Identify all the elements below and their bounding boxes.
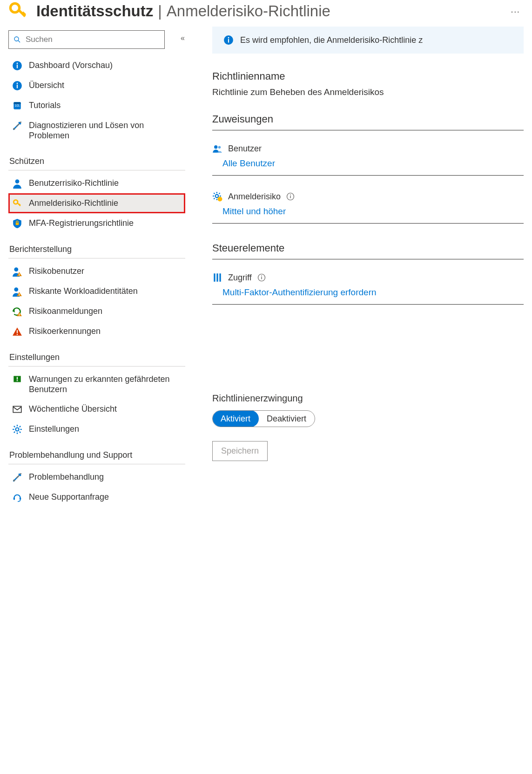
svg-line-41 [14, 432, 15, 433]
nav-item-dashboard[interactable]: Dashboard (Vorschau) [8, 55, 185, 75]
nav-label: Warnungen zu erkannten gefährdeten Benut… [29, 374, 182, 394]
info-icon [12, 81, 22, 91]
svg-rect-24 [19, 293, 20, 295]
user-icon [12, 178, 22, 189]
nav-item-troubleshooting[interactable]: Problembehandlung [8, 467, 185, 487]
nav-item-signin-risk-policy[interactable]: Anmelderisiko-Richtlinie [8, 193, 185, 213]
nav-label: Benutzerrisiko-Richtlinie [29, 178, 119, 188]
mail-icon [12, 404, 22, 414]
svg-rect-64 [214, 273, 215, 282]
more-button[interactable]: ··· [507, 6, 524, 17]
book-icon: 101 [12, 101, 22, 111]
svg-rect-28 [17, 330, 18, 333]
tools-icon [12, 121, 22, 131]
assignment-users-value[interactable]: Alle Benutzer [212, 158, 524, 169]
nav-section-settings: Einstellungen [8, 341, 185, 367]
svg-rect-68 [261, 277, 262, 279]
svg-point-22 [19, 275, 20, 276]
nav-item-overview[interactable]: Übersicht [8, 75, 185, 95]
svg-point-48 [228, 37, 229, 39]
nav-label: Riskante Workloadidentitäten [29, 286, 138, 296]
title-sub: Anmelderisiko-Richtlinie [167, 2, 330, 20]
nav-item-settings[interactable]: Einstellungen [8, 419, 185, 439]
svg-point-14 [13, 128, 15, 129]
nav-label: Risikoanmeldungen [29, 306, 102, 316]
svg-point-51 [215, 195, 219, 198]
nav-label: Einstellungen [29, 424, 79, 434]
nav-section-protect: Schützen [8, 145, 185, 170]
nav-item-user-alerts[interactable]: Warnungen zu erkannten gefährdeten Benut… [8, 369, 185, 399]
svg-point-27 [19, 315, 20, 316]
key-icon [8, 1, 28, 21]
svg-line-42 [20, 426, 20, 427]
nav-item-tutorials[interactable]: 101 Tutorials [8, 95, 185, 115]
signin-warning-icon [12, 306, 22, 317]
control-access-label: Zugriff [228, 273, 252, 283]
nav-section-support: Problembehandlung und Support [8, 439, 185, 464]
control-access-block[interactable]: Zugriff Multi-Faktor-Authentifizierung e… [212, 266, 524, 305]
nav-item-risky-signins[interactable]: Risikoanmeldungen [8, 301, 185, 321]
svg-point-63 [290, 194, 291, 195]
enforcement-label: Richtlinienerzwingung [212, 393, 524, 404]
policy-name-value: Richtlinie zum Beheben des Anmelderisiko… [212, 87, 524, 97]
nav-label: Risikobenutzer [29, 266, 84, 276]
nav-label: MFA-Registrierungsrichtlinie [29, 218, 134, 228]
policy-name-label: Richtlinienname [212, 70, 524, 82]
svg-rect-9 [17, 85, 18, 88]
users-icon [212, 143, 222, 154]
svg-point-25 [19, 295, 20, 296]
nav-item-weekly-digest[interactable]: Wöchentliche Übersicht [8, 399, 185, 419]
svg-rect-33 [13, 406, 21, 412]
nav-label: Übersicht [29, 80, 64, 90]
tools-icon [12, 472, 22, 482]
assignment-risk-block[interactable]: Anmelderisiko Mittel und höher [212, 185, 524, 224]
main-panel: Es wird empfohlen, die Anmelderisiko-Ric… [185, 27, 524, 507]
search-input[interactable] [25, 34, 160, 45]
sidebar: « Dashboard (Vorschau) Übersicht 101 Tut… [8, 27, 185, 507]
assignment-users-label: Benutzer [228, 144, 262, 154]
info-icon [223, 35, 234, 45]
svg-rect-19 [16, 223, 19, 225]
nav-item-risky-workloads[interactable]: Riskante Workloadidentitäten [8, 281, 185, 301]
nav-label: Diagnostizieren und Lösen von Problemen [29, 120, 182, 141]
nav-label: Neue Supportanfrage [29, 492, 109, 502]
svg-line-56 [214, 193, 215, 194]
assignment-risk-value[interactable]: Mittel und höher [212, 206, 524, 217]
svg-point-69 [261, 275, 262, 276]
nav-label: Wöchentliche Übersicht [29, 404, 117, 414]
nav-label: Problembehandlung [29, 472, 104, 482]
nav-item-user-risk-policy[interactable]: Benutzerrisiko-Richtlinie [8, 173, 185, 193]
sliders-icon [212, 272, 222, 283]
enforcement-toggle[interactable]: Aktiviert Deaktiviert [212, 410, 315, 427]
nav-label: Tutorials [29, 100, 61, 110]
nav-item-mfa-registration-policy[interactable]: MFA-Registrierungsrichtlinie [8, 213, 185, 233]
svg-point-3 [14, 37, 19, 41]
nav-item-new-support-request[interactable]: Neue Supportanfrage [8, 487, 185, 507]
control-access-value[interactable]: Multi-Faktor-Authentifizierung erfordern [212, 287, 524, 298]
save-button[interactable]: Speichern [212, 441, 268, 461]
toggle-disabled[interactable]: Deaktiviert [258, 411, 315, 427]
svg-rect-21 [19, 273, 20, 275]
info-outline-icon[interactable] [286, 192, 295, 201]
nav-item-diagnose[interactable]: Diagnostizieren und Lösen von Problemen [8, 115, 185, 145]
info-outline-icon[interactable] [257, 273, 266, 282]
svg-point-23 [14, 287, 18, 292]
footer: Richtlinienerzwingung Aktiviert Deaktivi… [212, 314, 524, 461]
svg-point-34 [15, 428, 19, 431]
svg-point-50 [218, 146, 221, 149]
nav-item-risky-users[interactable]: Risikobenutzer [8, 261, 185, 281]
page-header: Identitätsschutz | Anmelderisiko-Richtli… [0, 0, 532, 27]
toggle-enabled[interactable]: Aktiviert [212, 410, 259, 427]
flag-alert-icon [12, 374, 22, 385]
nav-label: Risikoerkennungen [29, 326, 101, 336]
nav-item-risk-detections[interactable]: Risikoerkennungen [8, 321, 185, 341]
gear-badge-icon [212, 191, 222, 202]
svg-point-29 [17, 334, 18, 335]
collapse-sidebar-button[interactable]: « [181, 34, 185, 42]
search-input-wrap[interactable] [8, 30, 165, 49]
svg-point-15 [15, 179, 20, 183]
svg-line-58 [214, 198, 215, 199]
info-icon [12, 61, 22, 71]
key-icon [12, 198, 22, 209]
assignment-users-block[interactable]: Benutzer Alle Benutzer [212, 137, 524, 176]
